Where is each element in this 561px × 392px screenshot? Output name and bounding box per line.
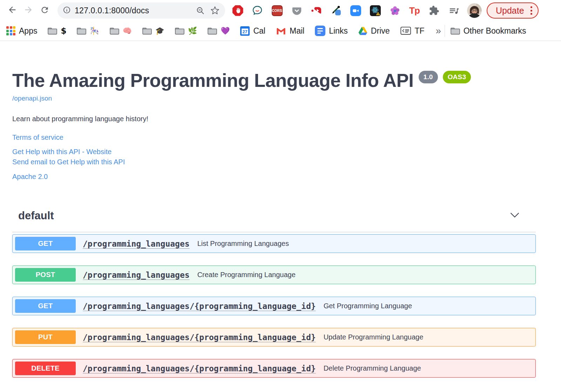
chat-bubble-extension-icon[interactable]	[248, 2, 267, 19]
svg-text:27: 27	[243, 29, 248, 34]
api-version-badge: 1.0	[419, 71, 438, 83]
bookmark-links[interactable]: Links	[315, 26, 348, 36]
page-info-icon[interactable]	[63, 6, 71, 15]
color-picker-extension-icon[interactable]	[326, 2, 346, 19]
endpoint-row-get-list[interactable]: GET /programming_languages List Programm…	[12, 234, 536, 253]
other-bookmarks-label: Other Bookmarks	[464, 26, 526, 36]
api-title-text: The Amazing Programming Language Info AP…	[12, 70, 414, 91]
address-bar[interactable]: 127.0.0.1:8000/docs	[58, 2, 225, 19]
google-drive-icon	[358, 27, 367, 35]
apps-grid-icon	[6, 26, 15, 35]
endpoint-path: /programming_languages/{programming_lang…	[83, 333, 316, 342]
bookmark-star-icon[interactable]	[210, 6, 219, 15]
zoom-out-icon[interactable]	[196, 6, 205, 15]
license-link[interactable]: Apache 2.0	[12, 173, 536, 181]
endpoint-path: /programming_languages	[83, 239, 190, 248]
bookmarks-divider	[445, 25, 445, 37]
endpoint-row-get-one[interactable]: GET /programming_languages/{programming_…	[12, 297, 536, 315]
brain-glyph: 🧠	[123, 27, 132, 35]
endpoint-path: /programming_languages	[83, 270, 190, 280]
bookmark-folder-brain[interactable]: 🧠	[110, 27, 132, 35]
graduation-cap-glyph: 🎓	[155, 27, 164, 35]
drive-label: Drive	[371, 26, 390, 36]
browser-toolbar: 127.0.0.1:8000/docs CORS	[0, 0, 561, 21]
bookmark-tf[interactable]: TF	[400, 26, 425, 36]
folder-icon	[208, 27, 217, 35]
chrome-update-button[interactable]: Update	[487, 2, 539, 19]
bookmark-apps[interactable]: Apps	[6, 26, 37, 36]
endpoint-row-delete[interactable]: DELETE /programming_languages/{programmi…	[12, 359, 536, 378]
method-badge: DELETE	[15, 362, 76, 375]
endpoint-summary: Get Programming Language	[324, 302, 412, 310]
endpoint-path: /programming_languages/{programming_lang…	[83, 364, 316, 373]
forward-button[interactable]	[20, 2, 36, 19]
swagger-docs-page: The Amazing Programming Language Info AP…	[0, 41, 561, 378]
links-list-icon	[315, 26, 325, 36]
bookmark-folder-graduation[interactable]: 🎓	[142, 27, 164, 35]
bookmark-calendar[interactable]: 27 Cal	[240, 26, 265, 36]
method-badge: PUT	[15, 330, 76, 344]
links-label: Links	[329, 26, 348, 36]
terms-of-service-link[interactable]: Terms of service	[12, 133, 536, 142]
bookmark-folder-herb[interactable]: 🌿	[175, 27, 197, 35]
update-label: Update	[496, 6, 524, 16]
method-badge: POST	[15, 268, 76, 282]
google-calendar-icon: 27	[240, 26, 250, 36]
extensions-puzzle-icon[interactable]	[424, 2, 444, 19]
cors-extension-icon[interactable]: CORS	[267, 2, 287, 19]
reload-icon	[40, 5, 49, 16]
bookmark-folder-carousel-horse[interactable]: 🎠	[77, 27, 99, 35]
collapse-chevron-icon[interactable]	[510, 212, 520, 219]
purple-heart-glyph: 💜	[221, 27, 230, 35]
other-bookmarks[interactable]: Other Bookmarks	[451, 26, 526, 36]
gmail-icon	[276, 27, 286, 35]
purple-flower-extension-icon[interactable]	[385, 2, 405, 19]
bookmarks-bar: Apps $ 🎠 🧠 🎓 🌿 💜 27 Cal Mail	[0, 21, 561, 41]
tf-label: TF	[415, 26, 425, 36]
oas3-badge: OAS3	[443, 71, 471, 83]
bookmark-folder-dollar[interactable]: $	[48, 27, 66, 35]
endpoint-summary: Delete Programming Language	[324, 364, 421, 372]
extensions-row: CORS	[228, 2, 464, 19]
reload-button[interactable]	[36, 2, 53, 19]
tf-card-icon	[400, 27, 411, 35]
folder-icon	[110, 27, 119, 35]
folder-icon	[142, 27, 152, 35]
page-title: The Amazing Programming Language Info AP…	[12, 70, 536, 91]
red-share-arrow-extension-icon[interactable]	[306, 2, 326, 19]
method-badge: GET	[15, 299, 76, 313]
method-badge: GET	[15, 237, 76, 250]
forward-arrow-icon	[23, 5, 33, 16]
pocket-extension-icon[interactable]	[287, 2, 306, 19]
profile-avatar[interactable]	[467, 3, 482, 18]
herb-glyph: 🌿	[188, 27, 197, 35]
carousel-horse-glyph: 🎠	[90, 27, 99, 35]
folder-icon	[451, 27, 460, 35]
media-playlist-icon[interactable]	[444, 2, 464, 19]
tag-section-header[interactable]: default	[12, 209, 536, 232]
contact-email-link[interactable]: Send email to Get Help with this API	[12, 157, 536, 167]
zoom-video-extension-icon[interactable]	[346, 2, 365, 19]
tp-extension-icon[interactable]: Tp	[405, 2, 424, 19]
endpoint-row-put-update[interactable]: PUT /programming_languages/{programming_…	[12, 328, 536, 346]
endpoint-path: /programming_languages/{programming_lang…	[83, 302, 316, 311]
url-text[interactable]: 127.0.0.1:8000/docs	[75, 6, 190, 15]
folder-icon	[77, 27, 86, 35]
adblock-extension-icon[interactable]	[228, 2, 248, 19]
tag-section-title: default	[18, 209, 54, 222]
bookmark-folder-purple-heart[interactable]: 💜	[208, 27, 230, 35]
back-arrow-icon	[7, 5, 17, 16]
mail-label: Mail	[290, 26, 304, 36]
endpoint-row-post-create[interactable]: POST /programming_languages Create Progr…	[12, 266, 536, 284]
openapi-json-link[interactable]: /openapi.json	[12, 95, 52, 102]
react-devtools-extension-icon[interactable]	[365, 2, 385, 19]
endpoint-summary: Create Programming Language	[197, 271, 296, 279]
bookmarks-overflow-chevron[interactable]: »	[436, 26, 441, 36]
endpoint-summary: List Programming Languages	[197, 240, 289, 248]
bookmark-mail[interactable]: Mail	[276, 26, 304, 36]
back-button[interactable]	[4, 2, 20, 19]
api-description: Learn about programming language history…	[12, 115, 536, 123]
browser-menu-kebab-icon[interactable]	[530, 6, 532, 15]
contact-website-link[interactable]: Get Help with this API - Website	[12, 147, 536, 157]
bookmark-drive[interactable]: Drive	[358, 26, 390, 36]
